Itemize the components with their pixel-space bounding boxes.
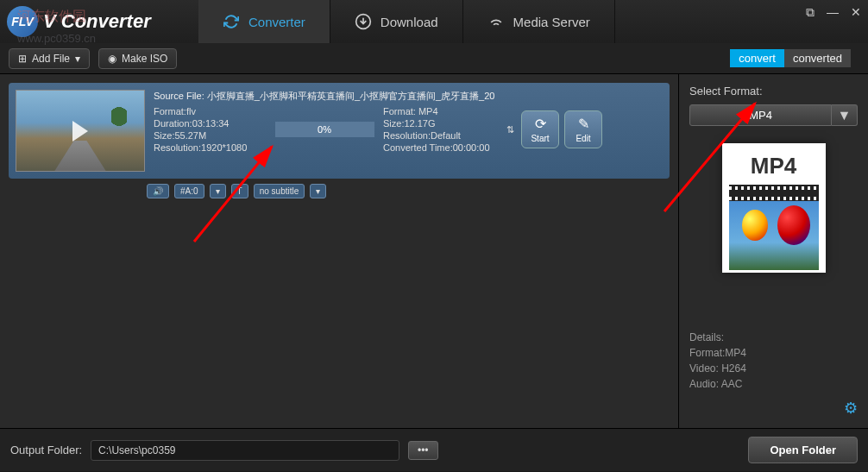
format-dropdown[interactable]: ▼: [832, 104, 858, 126]
format-preview: MP4: [722, 143, 826, 273]
converted-time: Converted Time:00:00:00: [383, 142, 500, 153]
details-audio: Audio: AAC: [689, 376, 858, 392]
start-label: Start: [531, 134, 549, 143]
output-folder-label: Output Folder:: [10, 444, 82, 456]
video-thumbnail[interactable]: [16, 90, 145, 172]
convert-tab[interactable]: convert: [730, 49, 784, 67]
format-preview-label: MP4: [725, 153, 823, 179]
output-size: Size:12.17G: [383, 118, 500, 129]
browse-button[interactable]: •••: [408, 441, 438, 460]
tab-converter-label: Converter: [248, 15, 305, 29]
select-format-label: Select Format:: [689, 85, 858, 98]
details-label: Details:: [689, 330, 858, 345]
subtitle-select[interactable]: no subtitle: [254, 184, 305, 198]
wifi-icon: [487, 13, 505, 30]
input-duration: Duration:03:13:34: [154, 118, 266, 129]
subtitle-dropdown[interactable]: ▾: [310, 184, 326, 198]
format-display[interactable]: MP4: [689, 104, 832, 126]
edit-button[interactable]: ✎ Edit: [564, 110, 602, 148]
add-file-label: Add File: [32, 53, 70, 65]
input-size: Size:55.27M: [154, 130, 266, 141]
edit-label: Edit: [576, 134, 590, 143]
open-folder-button[interactable]: Open Folder: [748, 437, 858, 463]
download-icon: [355, 13, 372, 30]
input-resolution: Resolution:1920*1080: [154, 142, 266, 153]
output-format: Format: MP4: [383, 106, 500, 116]
app-title: V Converter: [43, 10, 151, 33]
file-item[interactable]: Source File: 小抠脚直播_小抠脚和平精英直播间_小抠脚官方直播间_虎…: [9, 83, 670, 179]
tab-download-label: Download: [381, 15, 438, 29]
logo-icon: FLV: [7, 6, 38, 37]
chevron-down-icon: ▾: [75, 53, 80, 65]
add-file-button[interactable]: ⊞ Add File ▾: [9, 48, 90, 69]
audio-track-select[interactable]: #A:0: [174, 184, 204, 198]
mute-button[interactable]: 🔊: [147, 184, 169, 198]
make-iso-button[interactable]: ◉ Make ISO: [98, 48, 177, 69]
output-resolution: Resolution:Default: [383, 130, 500, 141]
audio-dropdown[interactable]: ▾: [210, 184, 226, 198]
source-file-label: Source File:: [154, 91, 204, 101]
converted-tab[interactable]: converted: [784, 49, 851, 67]
details-format: Format:MP4: [689, 345, 858, 361]
close-icon[interactable]: ✕: [851, 5, 861, 20]
app-logo: FLV V Converter 河东软件园 www.pc0359.cn: [0, 6, 198, 37]
sort-icon[interactable]: ⇅: [506, 124, 514, 135]
minimize-icon[interactable]: —: [827, 5, 839, 20]
input-format: Format:flv: [154, 106, 266, 116]
source-file-name: 小抠脚直播_小抠脚和平精英直播间_小抠脚官方直播间_虎牙直播_20: [207, 91, 495, 101]
details-video: Video: H264: [689, 361, 858, 376]
refresh-icon: [223, 13, 240, 30]
start-button[interactable]: ⟳ Start: [521, 110, 559, 148]
tab-media-server[interactable]: Media Server: [463, 0, 615, 43]
settings-icon[interactable]: ⚙: [844, 399, 858, 418]
tab-converter[interactable]: Converter: [198, 0, 330, 43]
make-iso-label: Make ISO: [122, 53, 167, 65]
output-folder-input[interactable]: [91, 440, 399, 461]
subtitle-toggle[interactable]: T: [231, 184, 248, 198]
refresh-icon: ⟳: [535, 116, 546, 132]
pencil-icon: ✎: [578, 116, 589, 132]
disc-icon: ◉: [108, 53, 116, 65]
tab-media-server-label: Media Server: [513, 15, 590, 29]
plus-icon: ⊞: [18, 53, 27, 65]
popout-icon[interactable]: ⧉: [806, 5, 815, 20]
tab-download[interactable]: Download: [330, 0, 463, 43]
progress-bar: 0%: [275, 122, 374, 137]
